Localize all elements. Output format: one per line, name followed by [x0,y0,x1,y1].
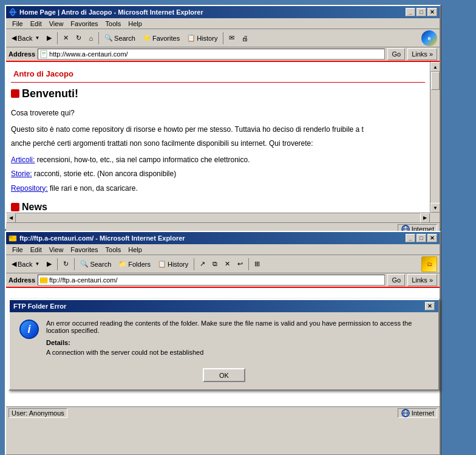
sep-4 [57,258,58,270]
toolbar-2: ◀ Back ▼ ▶ ↻ 🔍 Search 📁 Folders 📋 Histor… [6,255,440,273]
window-controls-2[interactable]: _ □ ✕ [406,234,437,242]
status-bar-2: User: Anonymous Internet [6,406,440,419]
menu-favorites-2[interactable]: Favorites [67,245,101,255]
title-bar-1[interactable]: Home Page | Antro di Jacopo - Microsoft … [6,6,440,18]
storie-line: Storie: racconti, storie etc. (Non ancor… [11,168,425,180]
close-btn-2[interactable]: ✕ [427,234,437,242]
stop-icon-1: ✕ [63,34,69,42]
toolbar-1: ◀ Back ▼ ▶ ✕ ↻ ⌂ 🔍 Search ⭐ Favorites 📋 … [6,29,440,47]
links-btn-2[interactable]: Links » [407,274,437,286]
ok-button[interactable]: OK [203,368,245,382]
minimize-btn-2[interactable]: _ [406,234,415,242]
maximize-btn-1[interactable]: □ [416,8,426,16]
print-btn-1[interactable]: 🖨 [239,31,251,46]
maximize-btn-2[interactable]: □ [416,234,426,242]
close-btn-1[interactable]: ✕ [427,8,437,16]
menu-file-1[interactable]: File [8,19,27,29]
dialog-title-text: FTP Folder Error [13,303,66,310]
menu-file-2[interactable]: File [8,245,27,255]
welcome-heading-1: Benvenuti! [11,85,425,103]
history-icon-1: 📋 [187,34,195,42]
forward-btn-1[interactable]: ▶ [44,31,55,46]
forward-btn-2[interactable]: ▶ [44,257,55,272]
menu-help-1[interactable]: Help [124,19,146,29]
ie-logo-1: e [421,30,437,46]
scroll-thumb-1[interactable] [431,72,440,90]
address-label-2: Address [8,276,35,284]
move-btn[interactable]: ↗ [197,257,208,272]
refresh-btn-1[interactable]: ↻ [73,31,84,46]
copy-btn[interactable]: ⧉ [209,257,220,272]
title-text-2: ftp://ftp.a-centauri.com/ - Microsoft In… [19,234,406,242]
scroll-right-1[interactable]: ▶ [420,213,430,223]
repository-line: Repository: file rari e non, da scaricar… [11,183,425,194]
go-btn-1[interactable]: Go [387,48,405,60]
scrollbar-v-1[interactable]: ▲ ▼ [430,62,440,213]
menu-edit-1[interactable]: Edit [27,19,46,29]
home-btn-1[interactable]: ⌂ [86,31,96,46]
repository-link[interactable]: Repository: [11,184,48,193]
menu-tools-1[interactable]: Tools [102,19,125,29]
dialog-message-text: An error occurred reading the contents o… [46,320,429,334]
back-btn-2[interactable]: ◀ Back ▼ [8,257,42,272]
menu-view-2[interactable]: View [46,245,67,255]
favorites-btn-1[interactable]: ⭐ Favorites [140,31,183,46]
title-bar-2[interactable]: ftp://ftp.a-centauri.com/ - Microsoft In… [6,232,440,244]
articoli-link[interactable]: Articoli: [11,156,35,164]
search-btn-1[interactable]: 🔍 Search [101,31,138,46]
address-bar-2: Address ftp://ftp.a-centauri.com/ Go Lin… [6,273,440,288]
delete-btn[interactable]: ✕ [222,257,233,272]
back-dropdown-2[interactable]: ▼ [35,261,39,267]
address-bar-1: Address http://www.a-centauri.com/ Go Li… [6,47,440,62]
mail-btn-1[interactable]: ✉ [226,31,237,46]
back-dropdown-1[interactable]: ▼ [35,35,39,41]
address-input-1[interactable]: http://www.a-centauri.com/ [38,49,385,60]
sep-2 [98,32,99,44]
sep-1 [57,32,58,44]
scroll-up-1[interactable]: ▲ [430,62,440,72]
folders-btn-2[interactable]: 📁 Folders [115,257,154,272]
menu-view-1[interactable]: View [46,19,67,29]
menu-favorites-1[interactable]: Favorites [67,19,101,29]
scroll-down-1[interactable]: ▼ [430,203,440,213]
print-icon-1: 🖨 [242,35,248,42]
back-btn-1[interactable]: ◀ Back ▼ [8,31,42,46]
scroll-left-1[interactable]: ◀ [6,213,16,223]
menu-tools-2[interactable]: Tools [102,245,125,255]
back-icon-1: ◀ [12,34,16,42]
window-controls-1[interactable]: _ □ ✕ [406,8,437,16]
address-input-2[interactable]: ftp://ftp.a-centauri.com/ [38,275,385,286]
forward-icon-1: ▶ [47,34,52,42]
search-icon-1: 🔍 [104,34,113,42]
view-btn[interactable]: ⊞ [251,257,263,272]
sep-7 [248,258,249,270]
search-btn-2[interactable]: 🔍 Search [77,257,114,272]
svg-rect-12 [9,236,12,238]
undo-btn[interactable]: ↩ [234,257,246,272]
menu-edit-2[interactable]: Edit [27,245,46,255]
menu-bar-1: File Edit View Favorites Tools Help [6,18,440,29]
storie-link[interactable]: Storie: [11,169,32,178]
minimize-btn-1[interactable]: _ [406,8,415,16]
dialog-close-btn[interactable]: ✕ [425,302,435,310]
dialog-body: i An error occurred reading the contents… [10,312,438,363]
go-btn-2[interactable]: Go [387,274,405,286]
title-text-1: Home Page | Antro di Jacopo - Microsoft … [19,9,406,16]
address-label-1: Address [8,50,35,58]
web-content-1: Antro di Jacopo Benvenuti! Cosa troveret… [6,62,430,213]
intro-text-1: Cosa troverete qui? [11,108,425,119]
dialog-title-bar[interactable]: FTP Folder Error ✕ [10,300,438,312]
page-icon-1 [39,50,48,58]
menu-help-2[interactable]: Help [124,245,146,255]
dialog-message-area: An error occurred reading the contents o… [46,320,429,356]
links-btn-1[interactable]: Links » [407,48,437,60]
news-red-square [11,203,19,211]
history-btn-2[interactable]: 📋 History [155,257,191,272]
history-btn-1[interactable]: 📋 History [184,31,220,46]
refresh-btn-2[interactable]: ↻ [60,257,72,272]
home-icon-1: ⌂ [89,35,93,42]
content-area-1[interactable]: Antro di Jacopo Benvenuti! Cosa troveret… [6,62,430,213]
stop-btn-1[interactable]: ✕ [60,31,72,46]
forward-icon-2: ▶ [47,260,52,268]
scrollbar-h-1[interactable]: ◀ ▶ [6,213,430,222]
